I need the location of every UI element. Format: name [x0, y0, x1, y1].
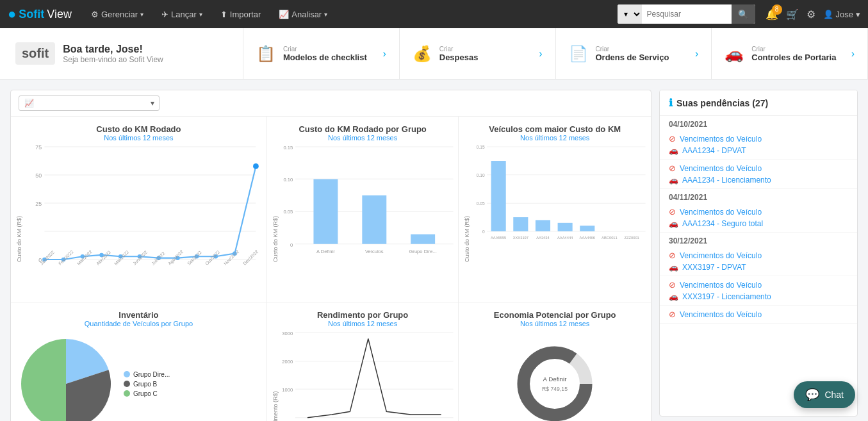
despesas-icon: 💰	[413, 45, 432, 63]
main-content: 📈 Custo do KM Rodado Nos últimos 12 mese…	[0, 79, 868, 421]
chart-select[interactable]: 📈	[19, 95, 160, 111]
despesas-label-small: Criar	[439, 45, 479, 53]
notifications-button[interactable]: 🔔 8	[766, 8, 778, 21]
svg-rect-43	[491, 161, 506, 231]
welcome-subtitle: Seja bem-vindo ao Sofit View	[63, 55, 163, 64]
pending-row-3-3: ⊘ Vencimentos do Veículo	[669, 279, 848, 291]
pending-link-1-2[interactable]: AAA1234 - DPVAT	[682, 146, 746, 155]
pending-date-1: 04/10/2021	[660, 116, 857, 130]
sofit-logo: sofit	[15, 42, 55, 65]
search-input[interactable]	[642, 4, 732, 24]
ordens-arrow-icon: ›	[695, 48, 698, 60]
svg-text:AA3434: AA3434	[537, 236, 550, 240]
charts-grid: Custo do KM Rodado Nos últimos 12 meses …	[11, 117, 651, 421]
alert-icon-3-1: ⊘	[669, 251, 676, 260]
svg-text:0.15: 0.15	[283, 145, 293, 151]
nav-gerenciar[interactable]: ⚙ Gerenciar ▾	[85, 7, 150, 22]
chart2-y-label: Custo do KM (R$)	[272, 147, 279, 262]
ordens-label-small: Criar	[596, 45, 669, 53]
despesas-arrow-icon: ›	[539, 48, 542, 60]
despesas-label: Despesas	[439, 53, 479, 62]
alert-icon-1-1: ⊘	[669, 134, 676, 144]
chart-km-grupo-title: Custo do KM Rodado por Grupo	[272, 124, 454, 134]
pending-item-4: ⊘ Vencimentos do Veículo 🚗 XXX3197 - DPV…	[660, 247, 857, 276]
quick-action-ordens[interactable]: 📄 Criar Ordens de Serviço ›	[556, 28, 712, 79]
quick-action-checklist[interactable]: 📋 Criar Modelos de checklist ›	[243, 28, 400, 79]
user-menu[interactable]: 👤 Jose ▾	[823, 10, 860, 19]
chat-label: Chat	[824, 390, 844, 400]
pending-row-1-3: ⊘ Vencimentos do Veículo	[669, 162, 848, 174]
search-bar: ▾ 🔍	[618, 4, 755, 24]
chat-bubble-icon: 💬	[805, 388, 819, 402]
svg-text:0.10: 0.10	[283, 177, 293, 183]
svg-text:A Definir: A Definir	[316, 249, 335, 254]
pending-link-3-5[interactable]: Vencimentos do Veículo	[680, 310, 762, 319]
svg-text:3000: 3000	[282, 331, 293, 336]
alert-icon-1-3: ⊘	[669, 163, 676, 173]
pending-link-3-1[interactable]: Vencimentos do Veículo	[680, 251, 762, 260]
chart5-y-label: Rendimento (R$)	[272, 333, 279, 421]
chart-inventario-subtitle: Quantidade de Veículos por Grupo	[16, 320, 261, 327]
pending-link-3-4[interactable]: XXX3197 - Licenciamento	[682, 292, 771, 301]
svg-text:0.15: 0.15	[477, 145, 485, 149]
portaria-label-small: Criar	[751, 45, 836, 53]
svg-text:0: 0	[482, 229, 485, 234]
chart3-y-label: Custo do KM (R$)	[464, 147, 470, 262]
pending-link-3-3[interactable]: Vencimentos do Veículo	[680, 281, 762, 290]
svg-text:0: 0	[290, 242, 293, 248]
search-button[interactable]: 🔍	[732, 4, 755, 24]
chart4-pie-svg	[21, 339, 111, 421]
chart-veiculos-custo-subtitle: Nos últimos 12 meses	[464, 134, 646, 142]
car-icon-3-4: 🚗	[669, 292, 678, 301]
settings-button[interactable]: ⚙	[807, 8, 815, 21]
notification-badge: 8	[772, 4, 782, 15]
chat-button[interactable]: 💬 Chat	[794, 381, 855, 408]
legend-dot-grupo-dire	[124, 371, 130, 377]
analisar-caret: ▾	[324, 11, 327, 18]
pending-row-3-4: 🚗 XXX3197 - Licenciamento	[669, 291, 848, 302]
svg-rect-31	[411, 235, 435, 244]
search-filter-select[interactable]: ▾	[618, 4, 642, 24]
chart-toolbar: 📈	[11, 90, 651, 117]
pending-link-1-1[interactable]: Vencimentos do Veículo	[680, 135, 762, 144]
legend-item-grupo-dire: Grupo Dire...	[124, 371, 170, 378]
chart-economia-title: Economia Potencial por Grupo	[464, 310, 646, 320]
nav-lancar[interactable]: ✈ Lançar ▾	[155, 7, 209, 22]
sidebar-info-icon: ℹ	[669, 97, 673, 109]
svg-text:ABC0011: ABC0011	[602, 236, 618, 240]
pending-row-2-1: ⊘ Vencimentos do Veículo	[669, 206, 848, 218]
pending-link-2-2[interactable]: AAA1234 - Seguro total	[682, 219, 763, 228]
chart5-svg: 3000 2000 1000	[295, 333, 454, 418]
cart-button[interactable]: 🛒	[786, 8, 799, 21]
charts-area: 📈 Custo do KM Rodado Nos últimos 12 mese…	[10, 90, 651, 421]
legend-label-grupo-c: Grupo C	[133, 390, 158, 397]
chart-economia-subtitle: Nos últimos 12 meses	[464, 320, 646, 327]
chart-km-rodado: Custo do KM Rodado Nos últimos 12 meses …	[11, 117, 267, 302]
brand-view: View	[47, 8, 72, 21]
nav-importar[interactable]: ⬆ Importar	[214, 7, 267, 22]
pending-link-1-4[interactable]: AAA1234 - Licenciamento	[682, 176, 771, 185]
quick-action-portaria[interactable]: 🚗 Criar Controles de Portaria ›	[712, 28, 868, 79]
nav-analisar[interactable]: 📈 Analisar ▾	[272, 7, 334, 22]
svg-rect-45	[536, 220, 550, 231]
pending-row-1-1: ⊘ Vencimentos do Veículo	[669, 133, 848, 145]
svg-rect-47	[580, 226, 595, 231]
pending-link-1-3[interactable]: Vencimentos do Veículo	[680, 164, 762, 173]
chart-inventario-title: Inventário	[16, 310, 261, 320]
welcome-box: sofit Boa tarde, Jose! Seja bem-vindo ao…	[0, 28, 243, 79]
chart-veiculos-custo-title: Veículos com maior Custo do KM	[464, 124, 646, 134]
svg-text:75: 75	[35, 144, 42, 151]
pending-link-2-1[interactable]: Vencimentos do Veículo	[680, 208, 762, 217]
pending-row-1-2: 🚗 AAA1234 - DPVAT	[669, 145, 848, 156]
svg-rect-29	[313, 179, 338, 244]
checklist-arrow-icon: ›	[382, 48, 386, 60]
svg-text:AAA4466: AAA4466	[580, 236, 595, 240]
svg-text:Grupo Dire...: Grupo Dire...	[409, 249, 436, 254]
brand-logo[interactable]: ● Sofit View	[8, 6, 72, 22]
pending-link-3-2[interactable]: XXX3197 - DPVAT	[682, 263, 746, 272]
chart-km-rodado-title: Custo do KM Rodado	[16, 124, 261, 134]
svg-text:0.05: 0.05	[477, 201, 485, 206]
chart-veiculos-custo: Veículos com maior Custo do KM Nos últim…	[459, 117, 651, 302]
quick-action-despesas[interactable]: 💰 Criar Despesas ›	[400, 28, 556, 79]
welcome-text: Boa tarde, Jose! Seja bem-vindo ao Sofit…	[63, 44, 163, 64]
